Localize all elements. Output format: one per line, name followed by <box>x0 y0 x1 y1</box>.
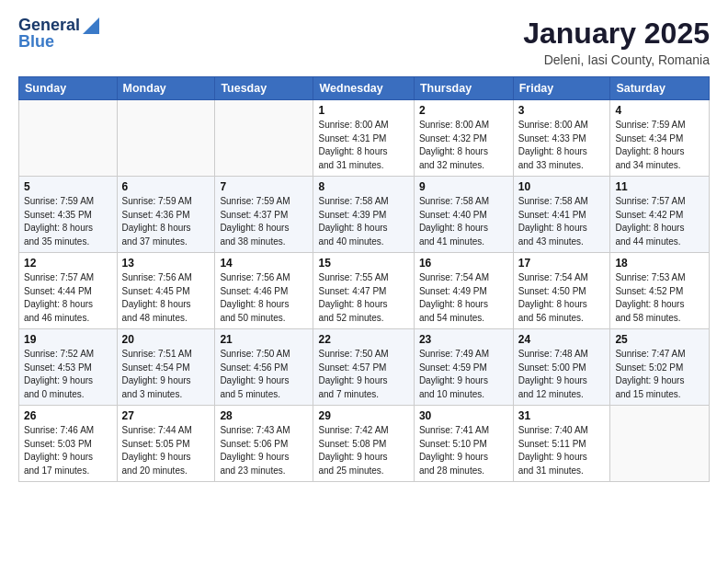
day-number: 23 <box>419 333 508 346</box>
calendar-cell: 22Sunrise: 7:50 AMSunset: 4:57 PMDayligh… <box>313 329 414 406</box>
logo: General Blue <box>18 17 99 52</box>
day-info: Sunrise: 7:41 AMSunset: 5:10 PMDaylight:… <box>419 424 508 477</box>
day-info: Sunrise: 7:56 AMSunset: 4:46 PMDaylight:… <box>220 271 308 325</box>
calendar-cell: 17Sunrise: 7:54 AMSunset: 4:50 PMDayligh… <box>513 253 610 329</box>
day-info: Sunrise: 7:49 AMSunset: 4:59 PMDaylight:… <box>419 348 508 401</box>
calendar-subtitle: Deleni, Iasi County, Romania <box>523 52 710 67</box>
header-thursday: Thursday <box>414 77 513 100</box>
day-number: 8 <box>318 180 408 193</box>
day-info: Sunrise: 7:53 AMSunset: 4:52 PMDaylight:… <box>615 271 704 325</box>
day-number: 2 <box>419 104 508 117</box>
calendar-cell <box>215 100 313 177</box>
day-number: 21 <box>220 333 308 346</box>
calendar-cell: 11Sunrise: 7:57 AMSunset: 4:42 PMDayligh… <box>610 177 710 253</box>
day-number: 13 <box>122 257 210 270</box>
day-number: 11 <box>615 180 704 193</box>
day-number: 18 <box>615 257 704 270</box>
day-number: 9 <box>419 180 508 193</box>
day-number: 7 <box>220 180 308 193</box>
day-info: Sunrise: 7:58 AMSunset: 4:40 PMDaylight:… <box>419 195 508 248</box>
day-number: 6 <box>122 180 210 193</box>
day-info: Sunrise: 7:59 AMSunset: 4:37 PMDaylight:… <box>220 195 308 248</box>
day-info: Sunrise: 7:59 AMSunset: 4:36 PMDaylight:… <box>122 195 210 248</box>
day-info: Sunrise: 7:42 AMSunset: 5:08 PMDaylight:… <box>318 424 408 477</box>
day-info: Sunrise: 7:59 AMSunset: 4:35 PMDaylight:… <box>24 195 112 248</box>
calendar-cell: 29Sunrise: 7:42 AMSunset: 5:08 PMDayligh… <box>313 406 414 482</box>
calendar-cell: 16Sunrise: 7:54 AMSunset: 4:49 PMDayligh… <box>414 253 513 329</box>
day-info: Sunrise: 8:00 AMSunset: 4:31 PMDaylight:… <box>318 119 408 172</box>
calendar-cell: 18Sunrise: 7:53 AMSunset: 4:52 PMDayligh… <box>610 253 710 329</box>
day-number: 19 <box>24 333 112 346</box>
day-info: Sunrise: 7:50 AMSunset: 4:57 PMDaylight:… <box>318 348 408 401</box>
day-number: 29 <box>318 409 408 422</box>
day-number: 15 <box>318 257 408 270</box>
day-number: 20 <box>122 333 210 346</box>
calendar-cell: 20Sunrise: 7:51 AMSunset: 4:54 PMDayligh… <box>117 329 215 406</box>
day-number: 17 <box>518 257 606 270</box>
day-number: 24 <box>518 333 606 346</box>
svg-marker-0 <box>83 17 99 34</box>
calendar-cell: 19Sunrise: 7:52 AMSunset: 4:53 PMDayligh… <box>19 329 118 406</box>
day-info: Sunrise: 7:54 AMSunset: 4:50 PMDaylight:… <box>518 271 606 325</box>
header-tuesday: Tuesday <box>215 77 313 100</box>
day-number: 10 <box>518 180 606 193</box>
day-info: Sunrise: 7:48 AMSunset: 5:00 PMDaylight:… <box>518 348 606 401</box>
calendar-cell: 26Sunrise: 7:46 AMSunset: 5:03 PMDayligh… <box>19 406 118 482</box>
day-number: 27 <box>122 409 210 422</box>
day-number: 25 <box>615 333 704 346</box>
day-number: 31 <box>518 409 606 422</box>
header-wednesday: Wednesday <box>313 77 414 100</box>
calendar-cell: 5Sunrise: 7:59 AMSunset: 4:35 PMDaylight… <box>19 177 118 253</box>
header-saturday: Saturday <box>610 77 710 100</box>
day-number: 5 <box>24 180 112 193</box>
day-info: Sunrise: 7:44 AMSunset: 5:05 PMDaylight:… <box>122 424 210 477</box>
calendar-cell: 3Sunrise: 8:00 AMSunset: 4:33 PMDaylight… <box>513 100 610 177</box>
day-info: Sunrise: 7:50 AMSunset: 4:56 PMDaylight:… <box>220 348 308 401</box>
logo-text-blue: Blue <box>18 33 54 52</box>
day-info: Sunrise: 7:57 AMSunset: 4:44 PMDaylight:… <box>24 271 112 325</box>
day-info: Sunrise: 7:55 AMSunset: 4:47 PMDaylight:… <box>318 271 408 325</box>
day-info: Sunrise: 7:52 AMSunset: 4:53 PMDaylight:… <box>24 348 112 401</box>
calendar-cell <box>19 100 118 177</box>
day-number: 16 <box>419 257 508 270</box>
calendar-cell: 15Sunrise: 7:55 AMSunset: 4:47 PMDayligh… <box>313 253 414 329</box>
day-info: Sunrise: 7:54 AMSunset: 4:49 PMDaylight:… <box>419 271 508 325</box>
day-info: Sunrise: 7:58 AMSunset: 4:39 PMDaylight:… <box>318 195 408 248</box>
day-number: 3 <box>518 104 606 117</box>
calendar-cell: 6Sunrise: 7:59 AMSunset: 4:36 PMDaylight… <box>117 177 215 253</box>
header: General Blue January 2025 Deleni, Iasi C… <box>18 17 710 67</box>
day-info: Sunrise: 7:47 AMSunset: 5:02 PMDaylight:… <box>615 348 704 401</box>
calendar-cell: 24Sunrise: 7:48 AMSunset: 5:00 PMDayligh… <box>513 329 610 406</box>
page: General Blue January 2025 Deleni, Iasi C… <box>0 0 728 563</box>
calendar-cell: 10Sunrise: 7:58 AMSunset: 4:41 PMDayligh… <box>513 177 610 253</box>
calendar-body: 1Sunrise: 8:00 AMSunset: 4:31 PMDaylight… <box>19 100 710 482</box>
title-block: January 2025 Deleni, Iasi County, Romani… <box>523 17 710 67</box>
calendar-cell <box>117 100 215 177</box>
day-number: 26 <box>24 409 112 422</box>
calendar-cell: 7Sunrise: 7:59 AMSunset: 4:37 PMDaylight… <box>215 177 313 253</box>
day-number: 4 <box>615 104 704 117</box>
day-info: Sunrise: 7:43 AMSunset: 5:06 PMDaylight:… <box>220 424 308 477</box>
weekday-header-row: Sunday Monday Tuesday Wednesday Thursday… <box>19 77 710 100</box>
header-friday: Friday <box>513 77 610 100</box>
calendar-week-row: 5Sunrise: 7:59 AMSunset: 4:35 PMDaylight… <box>19 177 710 253</box>
calendar-cell: 14Sunrise: 7:56 AMSunset: 4:46 PMDayligh… <box>215 253 313 329</box>
day-info: Sunrise: 7:57 AMSunset: 4:42 PMDaylight:… <box>615 195 704 248</box>
calendar-table: Sunday Monday Tuesday Wednesday Thursday… <box>18 76 710 482</box>
calendar-week-row: 26Sunrise: 7:46 AMSunset: 5:03 PMDayligh… <box>19 406 710 482</box>
calendar-cell: 31Sunrise: 7:40 AMSunset: 5:11 PMDayligh… <box>513 406 610 482</box>
day-info: Sunrise: 7:51 AMSunset: 4:54 PMDaylight:… <box>122 348 210 401</box>
calendar-cell: 4Sunrise: 7:59 AMSunset: 4:34 PMDaylight… <box>610 100 710 177</box>
calendar-cell: 12Sunrise: 7:57 AMSunset: 4:44 PMDayligh… <box>19 253 118 329</box>
calendar-cell: 27Sunrise: 7:44 AMSunset: 5:05 PMDayligh… <box>117 406 215 482</box>
day-info: Sunrise: 7:58 AMSunset: 4:41 PMDaylight:… <box>518 195 606 248</box>
calendar-cell: 21Sunrise: 7:50 AMSunset: 4:56 PMDayligh… <box>215 329 313 406</box>
day-number: 30 <box>419 409 508 422</box>
calendar-cell: 23Sunrise: 7:49 AMSunset: 4:59 PMDayligh… <box>414 329 513 406</box>
day-info: Sunrise: 8:00 AMSunset: 4:33 PMDaylight:… <box>518 119 606 172</box>
calendar-cell <box>610 406 710 482</box>
calendar-cell: 13Sunrise: 7:56 AMSunset: 4:45 PMDayligh… <box>117 253 215 329</box>
calendar-cell: 8Sunrise: 7:58 AMSunset: 4:39 PMDaylight… <box>313 177 414 253</box>
calendar-cell: 25Sunrise: 7:47 AMSunset: 5:02 PMDayligh… <box>610 329 710 406</box>
day-info: Sunrise: 8:00 AMSunset: 4:32 PMDaylight:… <box>419 119 508 172</box>
